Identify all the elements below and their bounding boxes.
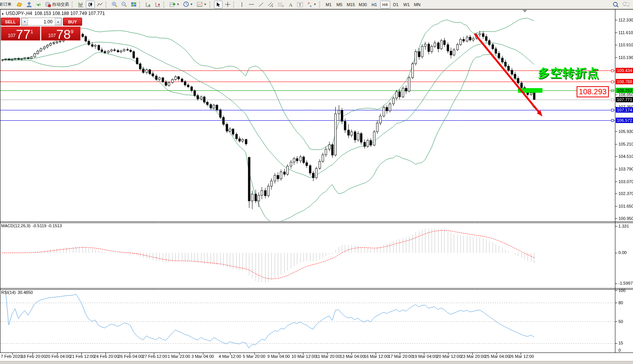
price-tick-label: 110.910 — [618, 43, 633, 47]
time-tick-label: 24 Feb 20:00 — [94, 354, 119, 359]
dropdown-caret: ▼ — [204, 3, 207, 6]
price-tick-label: 110.190 — [618, 55, 633, 60]
candlestick-mode-button[interactable] — [86, 1, 95, 8]
time-tick-label: 23 Mar 20:00 — [461, 354, 486, 359]
timeframe-H1[interactable]: H1 — [369, 1, 379, 8]
time-tick-label: 17 Mar 20:00 — [388, 354, 413, 359]
price-tick-label: 112.330 — [618, 18, 633, 22]
macd-label-row: MACD(12,26,9) -0.5119 -0.1513 — [1, 223, 62, 228]
price-level-badge: 108.788 — [616, 79, 633, 84]
chart-shift-button[interactable] — [153, 1, 162, 8]
mt4-terminal: 新订单 自动交易 — [0, 0, 633, 364]
timeframe-MN[interactable]: MN — [412, 1, 422, 8]
symbol-title: USDJPY-,H4 — [6, 11, 32, 16]
time-tick-label: 10 Mar 12:00 — [292, 354, 316, 359]
time-tick-label: 11 Mar 20:00 — [316, 354, 340, 359]
time-tick-label: 20 Mar 12:00 — [437, 354, 462, 359]
volume-decrease-button[interactable]: ▼ — [21, 18, 28, 25]
price-level-badge: 107.174 — [616, 107, 633, 113]
line-chart-mode-button[interactable] — [96, 1, 104, 8]
time-tick-label: 5 Mar 20:00 — [243, 354, 265, 359]
timeframe-H4[interactable]: H4 — [380, 1, 390, 8]
ohlc-values: 108.153 108.188 107.749 107.771 — [35, 11, 105, 16]
text-label-tool[interactable]: T — [295, 1, 305, 8]
vertical-line-tool[interactable] — [238, 1, 246, 8]
buy-price-prefix: 107 — [48, 33, 56, 38]
bar-chart-mode-button[interactable] — [76, 1, 85, 8]
time-tick-label: 16 Mar 12:00 — [364, 354, 389, 359]
time-tick-label: 19 Mar 04:00 — [412, 354, 437, 359]
price-tick-label: 102.370 — [618, 191, 633, 196]
dropdown-caret: ▼ — [313, 3, 316, 6]
time-tick-label: 21 Feb 12:00 — [70, 354, 95, 359]
svg-text:F: F — [282, 5, 284, 7]
rsi-tick-label: 100 — [618, 288, 633, 293]
price-tick-label: 101.650 — [618, 204, 633, 208]
time-tick-label: 4 Mar 12:00 — [219, 354, 241, 359]
trendline-tool[interactable] — [257, 1, 265, 8]
crosshair-tool-button[interactable] — [223, 1, 232, 8]
time-tick-label: 20 Feb 04:00 — [46, 354, 71, 359]
channel-tool[interactable]: E — [266, 1, 275, 8]
profile-icon[interactable] — [25, 1, 33, 8]
time-tick-label: 13 Mar 04:00 — [340, 354, 365, 359]
sell-price-button[interactable]: 107 77 1 — [1, 26, 40, 41]
sell-price-sup: 1 — [30, 29, 33, 34]
time-tick-label: 18 Feb 20:00 — [21, 354, 46, 359]
timeframe-W1[interactable]: W1 — [402, 1, 412, 8]
horizontal-line-tool[interactable] — [247, 1, 256, 8]
fibonacci-tool[interactable]: F — [276, 1, 285, 8]
time-tick-label: 27 Feb 12:00 — [142, 354, 167, 359]
buy-button[interactable]: BUY — [63, 18, 82, 26]
cursor-tool-button[interactable] — [214, 1, 223, 8]
text-tool[interactable]: A — [286, 1, 295, 8]
timeframe-M5[interactable]: M5 — [335, 1, 345, 8]
volume-value[interactable]: 1.00 — [28, 18, 55, 25]
indicators-button[interactable]: ▼ — [168, 1, 181, 8]
autotrade-label: 自动交易 — [52, 2, 69, 7]
price-tick-label: 111.610 — [618, 30, 633, 35]
buy-price-sup: 9 — [71, 29, 73, 34]
sell-price-prefix: 107 — [8, 33, 15, 38]
svg-text:A: A — [289, 2, 293, 7]
new-order-button[interactable]: 新订单 — [0, 1, 14, 8]
timeframe-D1[interactable]: D1 — [391, 1, 401, 8]
rsi-tick-label: 0 — [618, 348, 633, 353]
timeframe-bar: M1M5M15M30H1H4D1W1MN — [323, 1, 423, 8]
time-tick-label: 25 Mar 04:00 — [485, 354, 510, 359]
svg-text:E: E — [272, 5, 273, 7]
timeframe-M15[interactable]: M15 — [345, 1, 356, 8]
rsi-name: RSI(14) — [1, 290, 16, 295]
timeframe-M1[interactable]: M1 — [324, 1, 334, 8]
buy-price-button[interactable]: 107 78 9 — [41, 26, 81, 41]
autotrade-button[interactable]: 自动交易 — [44, 1, 71, 8]
price-tick-label: 105.210 — [618, 142, 633, 146]
price-level-badge: 107.771 — [616, 97, 633, 102]
market-watch-icon[interactable] — [15, 1, 24, 8]
arrows-tool[interactable]: ▼ — [305, 1, 318, 8]
chart-surface[interactable] — [0, 0, 633, 364]
zoom-in-button[interactable] — [110, 1, 119, 8]
auto-scroll-button[interactable] — [144, 1, 153, 8]
volume-increase-button[interactable]: ▲ — [55, 18, 61, 25]
price-level-badge: 108.293 — [616, 88, 633, 93]
rsi-label-row: RSI(14) 30.4850 — [1, 290, 33, 295]
templates-button[interactable]: ▼ — [195, 1, 208, 8]
bottom-status-strip — [0, 361, 633, 364]
community-chat-icon[interactable] — [621, 1, 631, 8]
zoom-out-button[interactable] — [120, 1, 129, 8]
time-tick-label: 3 Mar 04:00 — [191, 354, 214, 359]
new-order-label: 新订单 — [0, 2, 12, 7]
time-tick-label: 26 Feb 04:00 — [118, 354, 143, 359]
price-level-badge: 106.572 — [616, 118, 633, 123]
periods-button[interactable]: ▼ — [182, 1, 195, 8]
search-icon[interactable] — [611, 1, 620, 8]
sell-button[interactable]: SELL — [1, 18, 20, 26]
timeframe-M30[interactable]: M30 — [357, 1, 368, 8]
price-tick-label: 100.950 — [618, 216, 633, 221]
toolbar-separator — [72, 2, 75, 8]
tile-windows-button[interactable] — [129, 1, 138, 8]
dropdown-caret: ▼ — [176, 3, 180, 6]
signal-icon[interactable] — [34, 1, 43, 8]
time-tick-label: 1 Mar 23:00 — [168, 354, 190, 359]
